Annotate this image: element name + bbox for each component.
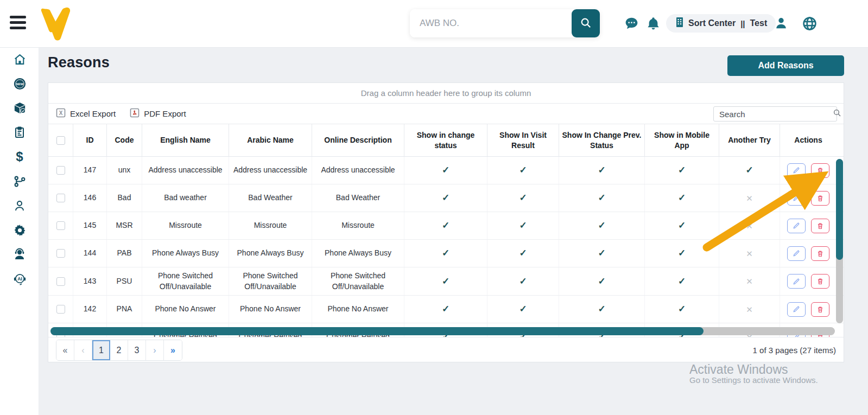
column-header-actions[interactable]: Actions xyxy=(780,124,837,156)
support-agent-icon xyxy=(12,247,27,264)
cell-actions xyxy=(780,184,837,212)
pager-page-3[interactable]: 3 xyxy=(128,340,146,360)
pager-summary: 1 of 3 pages (27 items) xyxy=(753,346,836,355)
add-reasons-button[interactable]: Add Reasons xyxy=(727,55,844,76)
cell-english_name: Bad weather xyxy=(142,184,229,212)
cell-code: Bad xyxy=(107,184,142,212)
cell-show_in_change_prev_status: ✓ xyxy=(559,267,645,295)
column-header-show-in-change-status[interactable]: Show in change status xyxy=(404,124,487,156)
edit-button[interactable] xyxy=(787,246,806,261)
pager-first-button[interactable]: « xyxy=(56,340,74,360)
row-checkbox[interactable] xyxy=(56,221,65,230)
cell-online_description: Phone Always Busy xyxy=(312,240,404,267)
edit-button[interactable] xyxy=(787,219,806,233)
group-drop-zone[interactable]: Drag a column header here to group its c… xyxy=(48,83,844,104)
column-header-show-in-change-prev-status[interactable]: Show In Change Prev. Status xyxy=(559,124,645,156)
pager-last-button[interactable]: » xyxy=(164,340,182,360)
row-checkbox[interactable] xyxy=(56,166,65,175)
cell-show_in_visit_result: ✓ xyxy=(487,212,559,239)
sidebar-item-home[interactable] xyxy=(0,48,39,72)
cell-show_in_change_prev_status: ✓ xyxy=(559,240,645,267)
edit-button[interactable] xyxy=(787,163,806,178)
ai-headset-icon: AI xyxy=(12,272,27,289)
check-icon: ✓ xyxy=(598,247,605,260)
cell-show_in_change_prev_status: ✓ xyxy=(559,296,645,323)
cell-show_in_mobile_app: ✓ xyxy=(645,184,719,212)
check-icon: ✓ xyxy=(519,191,527,205)
vertical-scrollbar[interactable] xyxy=(836,159,843,323)
language-globe-icon[interactable] xyxy=(800,14,819,33)
select-all-checkbox[interactable] xyxy=(56,136,65,145)
delete-button[interactable] xyxy=(811,191,829,206)
check-icon: ✓ xyxy=(519,219,527,232)
sidebar-item-settings[interactable] xyxy=(0,219,39,243)
gear-icon xyxy=(13,224,27,239)
column-header-arabic-name[interactable]: Arabic Name xyxy=(229,124,312,156)
column-header-another-try[interactable]: Another Try xyxy=(719,124,780,156)
pdf-export-button[interactable]: PDF Export xyxy=(130,108,186,119)
cell-show_in_change_status: ✓ xyxy=(404,212,487,239)
sidebar-item-new-features[interactable]: NEW xyxy=(0,73,39,97)
column-header-id[interactable]: ID xyxy=(73,124,107,156)
delete-button[interactable] xyxy=(811,246,829,261)
workspace-separator: || xyxy=(739,19,746,28)
pager-prev-button[interactable]: ‹ xyxy=(74,340,92,360)
table-body: 147unxAddress unaccessibleAddress unacce… xyxy=(48,157,844,337)
svg-text:X: X xyxy=(59,110,63,116)
horizontal-scrollbar[interactable] xyxy=(50,327,835,335)
delete-button[interactable] xyxy=(811,219,829,233)
row-checkbox[interactable] xyxy=(56,194,65,202)
column-header-code[interactable]: Code xyxy=(107,124,142,156)
table-row: 144PABPhone Always BusyPhone Always Busy… xyxy=(48,240,844,267)
excel-export-button[interactable]: X Excel Export xyxy=(56,108,116,119)
sidebar-item-shipments[interactable] xyxy=(0,97,39,121)
awb-search-input[interactable] xyxy=(410,9,572,37)
svg-text:AI: AI xyxy=(17,276,22,281)
pager-next-button[interactable]: › xyxy=(146,340,164,360)
brand-logo[interactable] xyxy=(38,5,74,42)
row-checkbox[interactable] xyxy=(56,305,65,314)
column-header-show-in-mobile-app[interactable]: Show in Mobile App xyxy=(645,124,719,156)
chat-icon[interactable] xyxy=(622,14,641,33)
row-checkbox[interactable] xyxy=(56,277,65,286)
sidebar-item-support[interactable] xyxy=(0,244,39,267)
delete-button[interactable] xyxy=(811,274,829,289)
check-icon: ✓ xyxy=(519,303,527,316)
pencil-icon xyxy=(793,222,800,229)
delete-button[interactable] xyxy=(811,163,829,178)
delete-button[interactable] xyxy=(811,302,829,317)
sidebar-item-ai-assistant[interactable]: AI xyxy=(0,268,39,292)
cell-arabic_name: Bad Weather xyxy=(229,184,312,212)
table-search-input[interactable] xyxy=(714,110,833,119)
sidebar-item-reports[interactable] xyxy=(0,122,39,145)
pager-page-2[interactable]: 2 xyxy=(110,340,128,360)
edit-button[interactable] xyxy=(787,191,806,206)
sidebar-item-workflow[interactable] xyxy=(0,170,39,194)
edit-button[interactable] xyxy=(787,302,806,317)
cell-another_try: ✕ xyxy=(719,240,780,267)
horizontal-scrollbar-thumb[interactable] xyxy=(50,327,704,335)
cell-show_in_mobile_app: ✓ xyxy=(645,212,719,239)
column-header-online-description[interactable]: Online Description xyxy=(312,124,404,156)
trash-icon xyxy=(816,305,824,314)
cell-id: 144 xyxy=(73,240,107,267)
sidebar-item-billing[interactable]: $ xyxy=(0,146,39,170)
sidebar-item-users[interactable] xyxy=(0,195,39,219)
awb-search-button[interactable] xyxy=(572,9,600,37)
workspace-badge[interactable]: Sort Center || Test xyxy=(666,14,776,33)
notifications-bell-icon[interactable] xyxy=(644,14,662,33)
package-check-icon xyxy=(12,101,27,118)
column-header-english-name[interactable]: English Name xyxy=(142,124,229,156)
pager-page-1[interactable]: 1 xyxy=(92,340,110,360)
user-profile-icon[interactable] xyxy=(772,14,790,33)
cell-another_try: ✕ xyxy=(719,212,780,239)
cell-english_name: Phone No Answer xyxy=(142,296,229,323)
hamburger-menu-icon[interactable] xyxy=(10,16,26,31)
cell-show_in_change_status: ✓ xyxy=(404,184,487,212)
column-header-show-in-visit-result[interactable]: Show In Visit Result xyxy=(487,124,559,156)
row-checkbox[interactable] xyxy=(56,249,65,258)
edit-button[interactable] xyxy=(787,274,806,289)
excel-icon: X xyxy=(56,108,66,119)
vertical-scrollbar-thumb[interactable] xyxy=(836,159,843,260)
cell-arabic_name: Phone Switched Off/Unavailable xyxy=(229,267,312,295)
